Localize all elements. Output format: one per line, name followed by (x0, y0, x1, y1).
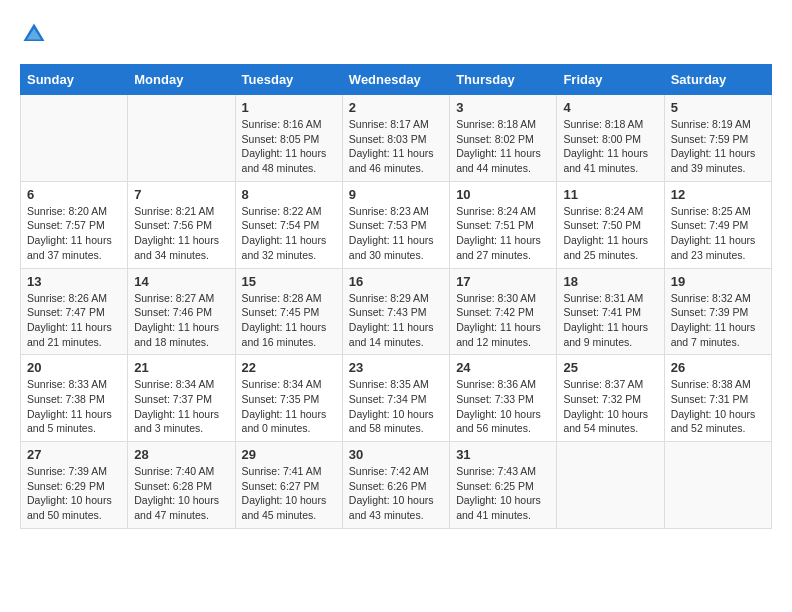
day-number: 20 (27, 360, 121, 375)
day-detail: Sunrise: 8:34 AM Sunset: 7:35 PM Dayligh… (242, 377, 336, 436)
day-detail: Sunrise: 8:19 AM Sunset: 7:59 PM Dayligh… (671, 117, 765, 176)
calendar-cell: 6Sunrise: 8:20 AM Sunset: 7:57 PM Daylig… (21, 181, 128, 268)
day-detail: Sunrise: 8:32 AM Sunset: 7:39 PM Dayligh… (671, 291, 765, 350)
logo-icon (20, 20, 48, 48)
day-detail: Sunrise: 7:43 AM Sunset: 6:25 PM Dayligh… (456, 464, 550, 523)
calendar-cell: 26Sunrise: 8:38 AM Sunset: 7:31 PM Dayli… (664, 355, 771, 442)
calendar-cell: 27Sunrise: 7:39 AM Sunset: 6:29 PM Dayli… (21, 442, 128, 529)
calendar-cell: 23Sunrise: 8:35 AM Sunset: 7:34 PM Dayli… (342, 355, 449, 442)
day-number: 25 (563, 360, 657, 375)
day-detail: Sunrise: 7:39 AM Sunset: 6:29 PM Dayligh… (27, 464, 121, 523)
calendar-cell: 15Sunrise: 8:28 AM Sunset: 7:45 PM Dayli… (235, 268, 342, 355)
day-number: 14 (134, 274, 228, 289)
calendar-cell: 19Sunrise: 8:32 AM Sunset: 7:39 PM Dayli… (664, 268, 771, 355)
page-header (20, 20, 772, 48)
day-number: 11 (563, 187, 657, 202)
day-number: 2 (349, 100, 443, 115)
calendar-cell: 22Sunrise: 8:34 AM Sunset: 7:35 PM Dayli… (235, 355, 342, 442)
day-detail: Sunrise: 8:20 AM Sunset: 7:57 PM Dayligh… (27, 204, 121, 263)
day-number: 22 (242, 360, 336, 375)
calendar-cell: 11Sunrise: 8:24 AM Sunset: 7:50 PM Dayli… (557, 181, 664, 268)
day-number: 6 (27, 187, 121, 202)
day-detail: Sunrise: 8:31 AM Sunset: 7:41 PM Dayligh… (563, 291, 657, 350)
day-detail: Sunrise: 8:29 AM Sunset: 7:43 PM Dayligh… (349, 291, 443, 350)
calendar-cell: 24Sunrise: 8:36 AM Sunset: 7:33 PM Dayli… (450, 355, 557, 442)
day-number: 15 (242, 274, 336, 289)
calendar-cell: 10Sunrise: 8:24 AM Sunset: 7:51 PM Dayli… (450, 181, 557, 268)
header-cell-wednesday: Wednesday (342, 65, 449, 95)
day-detail: Sunrise: 7:42 AM Sunset: 6:26 PM Dayligh… (349, 464, 443, 523)
calendar-cell: 8Sunrise: 8:22 AM Sunset: 7:54 PM Daylig… (235, 181, 342, 268)
calendar-cell: 7Sunrise: 8:21 AM Sunset: 7:56 PM Daylig… (128, 181, 235, 268)
day-detail: Sunrise: 8:17 AM Sunset: 8:03 PM Dayligh… (349, 117, 443, 176)
day-number: 1 (242, 100, 336, 115)
calendar-cell (128, 95, 235, 182)
header-cell-sunday: Sunday (21, 65, 128, 95)
calendar-cell: 30Sunrise: 7:42 AM Sunset: 6:26 PM Dayli… (342, 442, 449, 529)
calendar-cell: 18Sunrise: 8:31 AM Sunset: 7:41 PM Dayli… (557, 268, 664, 355)
day-detail: Sunrise: 8:38 AM Sunset: 7:31 PM Dayligh… (671, 377, 765, 436)
day-number: 28 (134, 447, 228, 462)
week-row-5: 27Sunrise: 7:39 AM Sunset: 6:29 PM Dayli… (21, 442, 772, 529)
week-row-3: 13Sunrise: 8:26 AM Sunset: 7:47 PM Dayli… (21, 268, 772, 355)
day-detail: Sunrise: 8:21 AM Sunset: 7:56 PM Dayligh… (134, 204, 228, 263)
calendar-cell: 1Sunrise: 8:16 AM Sunset: 8:05 PM Daylig… (235, 95, 342, 182)
day-number: 4 (563, 100, 657, 115)
day-detail: Sunrise: 8:24 AM Sunset: 7:51 PM Dayligh… (456, 204, 550, 263)
day-number: 13 (27, 274, 121, 289)
day-detail: Sunrise: 8:26 AM Sunset: 7:47 PM Dayligh… (27, 291, 121, 350)
day-detail: Sunrise: 8:36 AM Sunset: 7:33 PM Dayligh… (456, 377, 550, 436)
calendar-cell: 9Sunrise: 8:23 AM Sunset: 7:53 PM Daylig… (342, 181, 449, 268)
calendar-cell: 25Sunrise: 8:37 AM Sunset: 7:32 PM Dayli… (557, 355, 664, 442)
calendar-cell: 2Sunrise: 8:17 AM Sunset: 8:03 PM Daylig… (342, 95, 449, 182)
day-detail: Sunrise: 8:27 AM Sunset: 7:46 PM Dayligh… (134, 291, 228, 350)
day-detail: Sunrise: 8:16 AM Sunset: 8:05 PM Dayligh… (242, 117, 336, 176)
calendar-cell: 31Sunrise: 7:43 AM Sunset: 6:25 PM Dayli… (450, 442, 557, 529)
day-detail: Sunrise: 8:35 AM Sunset: 7:34 PM Dayligh… (349, 377, 443, 436)
calendar-cell: 17Sunrise: 8:30 AM Sunset: 7:42 PM Dayli… (450, 268, 557, 355)
day-number: 3 (456, 100, 550, 115)
calendar-cell: 28Sunrise: 7:40 AM Sunset: 6:28 PM Dayli… (128, 442, 235, 529)
calendar-cell: 3Sunrise: 8:18 AM Sunset: 8:02 PM Daylig… (450, 95, 557, 182)
week-row-4: 20Sunrise: 8:33 AM Sunset: 7:38 PM Dayli… (21, 355, 772, 442)
day-number: 27 (27, 447, 121, 462)
calendar-cell: 14Sunrise: 8:27 AM Sunset: 7:46 PM Dayli… (128, 268, 235, 355)
day-number: 30 (349, 447, 443, 462)
header-cell-tuesday: Tuesday (235, 65, 342, 95)
calendar-cell (21, 95, 128, 182)
header-cell-thursday: Thursday (450, 65, 557, 95)
calendar-cell: 16Sunrise: 8:29 AM Sunset: 7:43 PM Dayli… (342, 268, 449, 355)
day-number: 23 (349, 360, 443, 375)
day-number: 24 (456, 360, 550, 375)
day-number: 17 (456, 274, 550, 289)
header-cell-monday: Monday (128, 65, 235, 95)
calendar-cell: 5Sunrise: 8:19 AM Sunset: 7:59 PM Daylig… (664, 95, 771, 182)
week-row-1: 1Sunrise: 8:16 AM Sunset: 8:05 PM Daylig… (21, 95, 772, 182)
week-row-2: 6Sunrise: 8:20 AM Sunset: 7:57 PM Daylig… (21, 181, 772, 268)
day-number: 21 (134, 360, 228, 375)
calendar-cell (664, 442, 771, 529)
calendar-cell: 4Sunrise: 8:18 AM Sunset: 8:00 PM Daylig… (557, 95, 664, 182)
day-number: 5 (671, 100, 765, 115)
day-number: 8 (242, 187, 336, 202)
day-number: 18 (563, 274, 657, 289)
day-detail: Sunrise: 8:18 AM Sunset: 8:00 PM Dayligh… (563, 117, 657, 176)
day-number: 10 (456, 187, 550, 202)
day-number: 16 (349, 274, 443, 289)
calendar-table: SundayMondayTuesdayWednesdayThursdayFrid… (20, 64, 772, 529)
calendar-cell: 12Sunrise: 8:25 AM Sunset: 7:49 PM Dayli… (664, 181, 771, 268)
day-number: 19 (671, 274, 765, 289)
day-detail: Sunrise: 8:30 AM Sunset: 7:42 PM Dayligh… (456, 291, 550, 350)
day-number: 9 (349, 187, 443, 202)
header-row: SundayMondayTuesdayWednesdayThursdayFrid… (21, 65, 772, 95)
calendar-cell (557, 442, 664, 529)
day-detail: Sunrise: 8:23 AM Sunset: 7:53 PM Dayligh… (349, 204, 443, 263)
header-cell-saturday: Saturday (664, 65, 771, 95)
day-number: 31 (456, 447, 550, 462)
day-detail: Sunrise: 8:34 AM Sunset: 7:37 PM Dayligh… (134, 377, 228, 436)
day-number: 26 (671, 360, 765, 375)
day-number: 29 (242, 447, 336, 462)
day-detail: Sunrise: 8:28 AM Sunset: 7:45 PM Dayligh… (242, 291, 336, 350)
calendar-cell: 29Sunrise: 7:41 AM Sunset: 6:27 PM Dayli… (235, 442, 342, 529)
calendar-cell: 21Sunrise: 8:34 AM Sunset: 7:37 PM Dayli… (128, 355, 235, 442)
